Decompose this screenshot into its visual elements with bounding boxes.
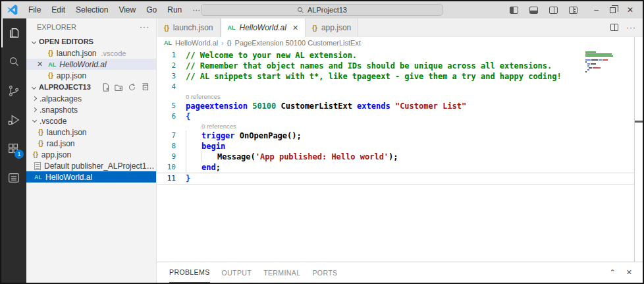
new-folder-icon[interactable] — [115, 83, 123, 92]
code-line-1[interactable]: 1// Welcome to your new AL extension. — [157, 50, 634, 61]
code-line-6[interactable]: 6{ — [157, 111, 634, 122]
tab-app-json[interactable]: {} app.json — [306, 18, 358, 37]
tree-item-snapshots[interactable]: .snapshots — [26, 104, 156, 115]
activitybar-extensions[interactable]: 1 — [1, 134, 26, 163]
code-line-10[interactable]: 10end; — [157, 162, 634, 173]
open-editors-label: OPEN EDITORS — [39, 38, 94, 45]
maximize-panel-icon[interactable]: ⌃ — [610, 268, 616, 277]
menu-selection[interactable]: Selection — [70, 1, 113, 18]
line-number: 9 — [157, 152, 176, 162]
panel-tab-ports[interactable]: PORTS — [312, 262, 337, 283]
code-line-7[interactable]: 7trigger OnOpenPage(); — [157, 130, 634, 141]
tree-item-helloworld-al[interactable]: AL HelloWorld.al — [26, 171, 156, 183]
token-keyword: end — [201, 163, 216, 172]
minimap[interactable] — [585, 51, 621, 73]
open-editor-helloworld-al[interactable]: ✕ AL HelloWorld.al — [26, 59, 156, 70]
panel-tab-output[interactable]: OUTPUT — [222, 262, 252, 283]
line-content: Message('App published: Hello world'); — [176, 152, 398, 162]
overview-ruler[interactable] — [634, 37, 643, 262]
breadcrumb-file[interactable]: HelloWorld.al — [175, 39, 218, 47]
chevron-down-icon — [32, 84, 36, 89]
line-content: pageextension 50100 CustomerListExt exte… — [176, 101, 466, 111]
tree-item-alpackages[interactable]: .alpackages — [26, 93, 156, 104]
token-string: 'App published: Hello world' — [255, 152, 389, 161]
files-icon — [7, 26, 22, 40]
panel-tab-problems[interactable]: PROBLEMS — [169, 262, 210, 283]
new-file-icon[interactable] — [101, 83, 110, 92]
code-line-2[interactable]: 2// Remember that object names and IDs s… — [157, 61, 634, 71]
minimize-button[interactable]: – — [594, 5, 599, 14]
close-window-button[interactable]: ✕ — [627, 5, 633, 14]
line-content: trigger OnOpenPage(); — [176, 130, 302, 141]
breadcrumb-symbol[interactable]: PageExtension 50100 CustomerListExt — [235, 39, 361, 47]
code-line-5[interactable]: 5pageextension 50100 CustomerListExt ext… — [157, 101, 634, 111]
menu-go[interactable]: Go — [141, 1, 162, 18]
tab-helloworld-al[interactable]: AL HelloWorld.al ✕ — [221, 18, 306, 37]
indent-guide — [186, 130, 201, 141]
sidebar-more-actions[interactable]: ··· — [140, 22, 149, 32]
activitybar-explorer[interactable] — [1, 18, 26, 47]
command-center-search[interactable]: ALProject13 — [201, 4, 443, 16]
toggle-primary-sidebar-icon[interactable] — [510, 7, 518, 14]
code-editor[interactable]: 1// Welcome to your new AL extension.2//… — [157, 49, 634, 262]
line-number: 6 — [157, 111, 176, 122]
menu-view[interactable]: View — [113, 1, 141, 18]
activitybar-custom-view[interactable] — [1, 163, 26, 192]
split-editor-icon[interactable] — [610, 24, 618, 31]
code-line-4[interactable]: 4 — [157, 82, 634, 92]
collapse-all-icon[interactable] — [141, 83, 149, 92]
token-bracket: } — [186, 174, 190, 183]
token-number: 50100 — [252, 101, 276, 111]
activitybar-search[interactable] — [1, 47, 26, 76]
close-editor-icon[interactable]: ✕ — [37, 61, 43, 68]
line-content: // Remember that object names and IDs sh… — [176, 61, 552, 71]
indent-guide — [186, 141, 201, 152]
token-comment: // Welcome to your new AL extension. — [186, 51, 357, 60]
menu-edit[interactable]: Edit — [46, 1, 70, 18]
minimap-row — [585, 51, 621, 53]
restore-window-button[interactable] — [610, 7, 616, 13]
toggle-panel-icon[interactable] — [529, 7, 538, 14]
tree-item-app-json[interactable]: {} app.json — [26, 149, 156, 160]
activitybar-run-debug[interactable] — [1, 105, 26, 134]
token-keyword: trigger — [201, 131, 235, 140]
panel-tab-terminal[interactable]: TERMINAL — [263, 262, 300, 283]
code-line-8[interactable]: 8begin — [157, 141, 634, 152]
tree-item-vscode-folder[interactable]: .vscode — [26, 115, 156, 127]
code-line-3[interactable]: 3// AL snippets start with t*, like tpag… — [157, 71, 634, 82]
line-number: 5 — [157, 101, 176, 111]
codelens-references[interactable]: 0 references — [201, 122, 634, 130]
al-file-icon: AL — [228, 24, 236, 31]
tree-item-label: .vscode — [40, 117, 67, 126]
code-lines: 1// Welcome to your new AL extension.2//… — [157, 50, 634, 185]
menu-run[interactable]: Run — [162, 1, 187, 18]
tree-item-launch-json[interactable]: {} launch.json — [26, 127, 156, 138]
tree-item-default-publisher-app[interactable]: Default publisher_ALProject13_1.0.0... — [26, 160, 156, 171]
open-editors-header[interactable]: OPEN EDITORS — [26, 36, 156, 47]
line-content: begin — [176, 141, 225, 152]
refresh-icon[interactable] — [128, 83, 136, 92]
open-editor-app-json[interactable]: {} app.json — [26, 70, 156, 81]
minimap-row — [585, 63, 621, 65]
tree-item-rad-json[interactable]: {} rad.json — [26, 138, 156, 149]
code-line-11[interactable]: 11} — [157, 173, 634, 185]
tab-label: HelloWorld.al — [240, 23, 286, 32]
tree-item-label: launch.json — [47, 128, 87, 137]
tab-launch-json[interactable]: {} launch.json — [157, 18, 221, 37]
close-panel-icon[interactable]: ✕ — [626, 268, 632, 277]
activitybar-source-control[interactable] — [1, 76, 26, 105]
menu-file[interactable]: File — [23, 1, 46, 18]
codelens-references[interactable]: 0 references — [186, 92, 634, 101]
vscode-window: File Edit Selection View Go Run ··· ← → … — [0, 0, 644, 284]
line-content: { — [176, 111, 190, 122]
open-editor-launch-json[interactable]: {} launch.json .vscode — [26, 47, 156, 59]
line-number: 3 — [157, 71, 176, 82]
code-line-9[interactable]: 9Message('App published: Hello world'); — [157, 152, 634, 162]
project-section-header[interactable]: ALPROJECT13 — [26, 81, 156, 93]
toggle-secondary-sidebar-icon[interactable] — [549, 7, 558, 14]
editor-more-actions-icon[interactable]: ··· — [626, 23, 636, 32]
line-number: 2 — [157, 61, 176, 71]
chevron-right-icon — [32, 107, 37, 112]
close-tab-icon[interactable]: ✕ — [292, 24, 298, 32]
customize-layout-icon[interactable] — [569, 7, 577, 14]
